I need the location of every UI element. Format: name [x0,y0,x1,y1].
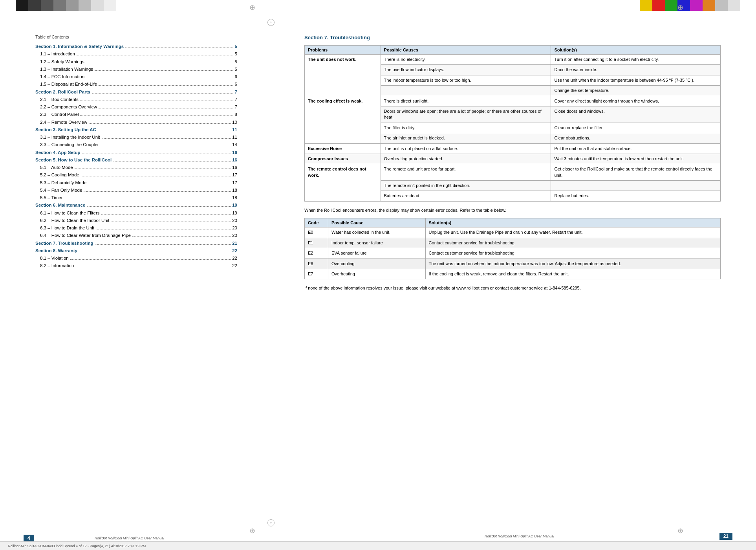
problem-cell: The remote control does not work. [305,164,381,202]
error-code-cell: E6 [305,258,328,269]
toc-entry-label: 3.3 – Connecting the Coupler [40,141,99,148]
cause-cell: The unit is not placed on a flat surface… [381,143,551,154]
toc-dots [81,176,231,176]
toc-entry-label: 3.1 – Installing the Indoor Unit [40,134,100,141]
toc-page-number: 19 [232,210,237,216]
cause-cell: Overheating protection started. [381,154,551,164]
table-row: E0Water has collected in the unit.Unplug… [305,227,721,238]
toc-entry-label: 2.3 – Control Panel [40,111,79,118]
toc-entry-label: 5.5 – Timer [40,194,63,201]
toc-page-number: 20 [232,232,237,239]
solution-cell [551,181,721,191]
solution-cell: Turn it on after connecting it to a sock… [551,55,721,65]
toc-entry: 5.3 – Dehumidify Mode17 [35,180,237,186]
color-block-r6 [703,0,715,11]
toc-entry: 8.2 – Information22 [35,262,237,269]
toc-entry: 6.2 – How to Clean the Indoor Unit20 [35,217,237,224]
cause-cell: The indoor temperature is too low or too… [381,75,551,85]
error-table-body: E0Water has collected in the unit.Unplug… [305,227,721,279]
toc-page-number: 16 [232,149,237,156]
toc-page-number: 22 [232,248,237,254]
toc-dots [96,229,231,229]
toc-entry: 2.1 – Box Contents7 [35,96,237,103]
solution-cell: Close doors and windows. [551,106,721,123]
toc-dots [111,222,231,222]
table-row: The unit does not work.There is no elect… [305,55,721,65]
toc-page-number: 20 [232,217,237,224]
toc-dots [75,169,231,169]
toc-dots [98,131,231,131]
right-footer-text: RolliBot RolliCool Mini-Split AC User Ma… [485,534,554,538]
problem-cell: Excessive Noise [305,143,381,154]
problem-cell: The unit does not work. [305,55,381,96]
toc-page-number: 7 [235,104,237,110]
toc-entry-label: 2.4 – Remote Overview [40,119,87,126]
toc-page-number: 6 [235,73,237,80]
right-color-blocks [640,0,740,11]
toc-entry-label: 5.3 – Dehumidify Mode [40,180,86,186]
solution-cell: Clean or replace the filter. [551,123,721,133]
table-row: Excessive NoiseThe unit is not placed on… [305,143,721,154]
table-row: Compressor IssuesOverheating protection … [305,154,721,164]
toc-entry-label: 2.1 – Box Contents [40,96,79,103]
toc-page-number: 5 [235,59,237,65]
toc-entry-label: 8.1 – Violation [40,255,69,262]
toc-dots [70,259,231,260]
toc-entry: 5.1 – Auto Mode16 [35,164,237,171]
color-block-2 [28,0,41,11]
toc-page-number: 17 [232,172,237,178]
toc-dots [95,244,231,245]
toc-entry: 6.3 – How to Drain the Unit20 [35,225,237,231]
toc-page-number: 22 [232,255,237,262]
table-row: E6OvercoolingThe unit was turned on when… [305,258,721,269]
toc-entry-label: Section 2. RolliCool Parts [35,89,90,95]
color-block-3 [41,0,53,11]
toc-dots [80,116,233,116]
toc-entry-label: 1.1 – Introduction [40,51,75,57]
toc-page-number: 21 [232,240,237,247]
toc-container: Section 1. Information & Safety Warnings… [35,43,237,270]
toc-dots [92,93,233,94]
error-solution-cell: Unplug the unit. Use the Drainage Pipe a… [425,227,720,238]
color-block-r1 [640,0,652,11]
toc-entry-label: Section 8. Warranty [35,248,77,254]
toc-entry: Section 4. App Setup16 [35,149,237,156]
toc-page-number: 7 [235,96,237,103]
toc-page-number: 11 [232,134,237,141]
toc-entry-label: 6.4 – How to Clear Water from Drainage P… [40,232,131,239]
troubleshooting-table: Problems Possible Causes Solution(s) The… [304,45,721,202]
trouble-header-problems: Problems [305,46,381,55]
toc-dots [101,214,231,214]
color-block-r7 [715,0,728,11]
toc-entry-label: 1.4 – FCC Information [40,73,84,80]
table-row: E1Indoor temp. sensor failureContact cus… [305,238,721,248]
error-solution-cell: Contact customer service for troubleshoo… [425,248,720,258]
toc-entry: Section 3. Setting Up the AC11 [35,126,237,133]
left-color-blocks [16,0,116,11]
toc-entry-label: 1.5 – Disposal at End-of-Life [40,81,97,88]
toc-dots [101,146,231,146]
solution-cell: Cover any direct sunlight coming through… [551,96,721,106]
problem-cell: The cooling effect is weak. [305,96,381,143]
gutter-circle-top: + [267,19,275,26]
toc-entry: Section 5. How to Use the RolliCool16 [35,157,237,163]
toc-dots [86,78,233,78]
toc-dots [113,161,231,161]
toc-entry-label: 1.3 – Installation Warnings [40,66,93,73]
toc-page-number: 18 [232,187,237,194]
toc-entry: 1.4 – FCC Information6 [35,73,237,80]
solution-cell: Replace batteries. [551,191,721,201]
solution-cell: Wait 3 minutes until the temperature is … [551,154,721,164]
color-block-7 [91,0,104,11]
toc-page-number: 18 [232,194,237,201]
toc-dots [102,138,231,139]
error-cause-cell: EVA sensor failure [328,248,426,258]
color-block-4 [53,0,66,11]
cause-cell: The overflow indicator displays. [381,65,551,75]
solution-cell: Use the unit when the indoor temperature… [551,75,721,85]
page-wrapper: Table of Contents Section 1. Information… [0,11,756,550]
toc-entry-label: 5.2 – Cooling Mode [40,172,79,178]
toc-dots [95,70,233,71]
toc-entry-label: 1.2 – Safety Warnings [40,59,84,65]
center-gutter: + + [259,11,283,550]
